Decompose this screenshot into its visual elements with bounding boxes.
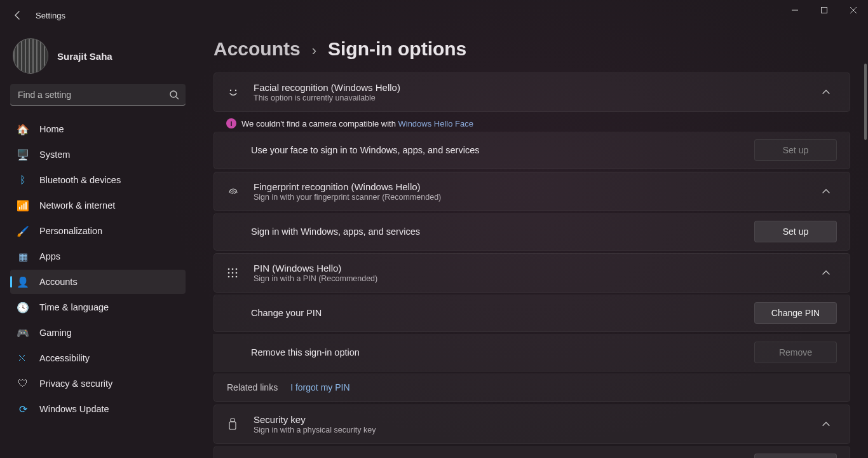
main-content: Accounts › Sign-in options Facial recogn… bbox=[196, 31, 868, 458]
nav: 🏠Home🖥️SystemᛒBluetooth & devices📶Networ… bbox=[10, 117, 186, 421]
svg-point-8 bbox=[236, 268, 238, 270]
svg-point-14 bbox=[236, 276, 238, 278]
card-facial-recognition: Facial recognition (Windows Hello) This … bbox=[214, 73, 850, 112]
svg-point-6 bbox=[228, 268, 230, 270]
maximize-button[interactable] bbox=[810, 0, 839, 20]
gaming-icon: 🎮 bbox=[17, 327, 29, 339]
card-header-facial[interactable]: Facial recognition (Windows Hello) This … bbox=[214, 73, 850, 111]
svg-line-3 bbox=[176, 97, 179, 99]
svg-point-4 bbox=[230, 90, 231, 91]
user-name: Surajit Saha bbox=[57, 51, 112, 62]
card-header-fingerprint[interactable]: Fingerprint recognition (Windows Hello) … bbox=[214, 172, 850, 211]
svg-rect-16 bbox=[229, 422, 236, 429]
change-pin-button[interactable]: Change PIN bbox=[754, 302, 837, 324]
card-header-pin[interactable]: PIN (Windows Hello) Sign in with a PIN (… bbox=[214, 254, 850, 292]
svg-point-7 bbox=[232, 268, 234, 270]
search-input[interactable] bbox=[10, 84, 186, 106]
subrow-label: Change your PIN bbox=[251, 308, 742, 318]
card-title: PIN (Windows Hello) bbox=[254, 263, 809, 274]
info-icon: i bbox=[226, 118, 236, 128]
search-box bbox=[10, 84, 186, 106]
warning-row-facial: i We couldn't find a camera compatible w… bbox=[214, 114, 850, 132]
subrow-label: Sign in with Windows, apps, and services bbox=[251, 226, 742, 237]
svg-point-12 bbox=[228, 276, 230, 278]
remove-pin-button: Remove bbox=[754, 342, 837, 363]
minimize-button[interactable] bbox=[780, 0, 810, 20]
svg-point-9 bbox=[228, 272, 230, 274]
window-controls bbox=[780, 0, 868, 20]
card-subtitle: This option is currently unavailable bbox=[254, 94, 809, 102]
subrow-fingerprint-setup: Sign in with Windows, apps, and services… bbox=[214, 213, 850, 251]
card-title: Fingerprint recognition (Windows Hello) bbox=[254, 181, 809, 192]
breadcrumb: Accounts › Sign-in options bbox=[214, 38, 850, 60]
fingerprint-icon bbox=[227, 185, 241, 198]
sidebar-item-update[interactable]: ⟳Windows Update bbox=[10, 397, 186, 421]
related-links-label: Related links bbox=[227, 382, 278, 392]
titlebar: Settings bbox=[0, 0, 868, 31]
subrow-remove-pin: Remove this sign-in option Remove bbox=[214, 334, 850, 371]
sidebar-item-privacy[interactable]: 🛡Privacy & security bbox=[10, 371, 186, 396]
forgot-pin-link[interactable]: I forgot my PIN bbox=[290, 382, 349, 392]
sidebar-item-network[interactable]: 📶Network & internet bbox=[10, 193, 186, 218]
update-icon: ⟳ bbox=[17, 403, 29, 415]
sidebar-item-apps[interactable]: ▦Apps bbox=[10, 244, 186, 268]
sidebar-item-accessibility[interactable]: ⛌Accessibility bbox=[10, 346, 186, 370]
manage-security-key-button[interactable]: Manage bbox=[754, 454, 837, 458]
user-account-row[interactable]: Surajit Saha bbox=[10, 36, 186, 84]
sidebar-item-label: Accounts bbox=[39, 277, 78, 287]
sidebar-item-time[interactable]: 🕓Time & language bbox=[10, 295, 186, 319]
svg-rect-15 bbox=[231, 419, 234, 422]
subrow-change-pin: Change your PIN Change PIN bbox=[214, 295, 850, 332]
sidebar-item-system[interactable]: 🖥️System bbox=[10, 142, 186, 167]
setup-facial-button: Set up bbox=[754, 139, 837, 161]
svg-point-11 bbox=[236, 272, 238, 274]
warning-text: We couldn't find a camera compatible wit… bbox=[241, 119, 473, 128]
svg-rect-1 bbox=[822, 8, 827, 13]
sidebar-item-label: Windows Update bbox=[39, 404, 109, 414]
back-button[interactable] bbox=[8, 5, 28, 25]
sidebar-item-label: Bluetooth & devices bbox=[39, 175, 121, 185]
sidebar-item-label: System bbox=[39, 149, 70, 160]
sidebar-item-home[interactable]: 🏠Home bbox=[10, 117, 186, 141]
close-button[interactable] bbox=[839, 0, 868, 20]
home-icon: 🏠 bbox=[17, 123, 29, 135]
accounts-icon: 👤 bbox=[17, 276, 29, 288]
sidebar-item-label: Accessibility bbox=[39, 353, 90, 363]
setup-fingerprint-button[interactable]: Set up bbox=[754, 221, 837, 242]
subrow-label: Use your face to sign in to Windows, app… bbox=[251, 145, 742, 155]
sidebar-item-label: Privacy & security bbox=[39, 378, 112, 389]
avatar bbox=[13, 38, 48, 74]
related-links-row: Related links I forgot my PIN bbox=[214, 373, 850, 402]
sidebar-item-gaming[interactable]: 🎮Gaming bbox=[10, 321, 186, 345]
card-subtitle: Sign in with a physical security key bbox=[254, 426, 809, 434]
close-icon bbox=[850, 6, 857, 14]
card-subtitle: Sign in with a PIN (Recommended) bbox=[254, 274, 809, 283]
card-security-key: Security key Sign in with a physical sec… bbox=[214, 405, 850, 444]
network-icon: 📶 bbox=[17, 200, 29, 212]
sidebar-item-label: Network & internet bbox=[39, 200, 115, 211]
card-title: Security key bbox=[254, 414, 809, 425]
accessibility-icon: ⛌ bbox=[17, 352, 29, 364]
card-fingerprint-recognition: Fingerprint recognition (Windows Hello) … bbox=[214, 172, 850, 211]
sidebar-item-label: Gaming bbox=[39, 328, 72, 338]
svg-point-5 bbox=[235, 90, 236, 91]
sidebar-item-accounts[interactable]: 👤Accounts bbox=[10, 270, 186, 294]
breadcrumb-parent[interactable]: Accounts bbox=[214, 38, 301, 60]
face-icon bbox=[227, 86, 241, 99]
chevron-up-icon bbox=[822, 187, 837, 196]
sidebar-item-label: Home bbox=[39, 124, 64, 134]
personalization-icon: 🖌️ bbox=[17, 225, 29, 237]
sidebar-item-label: Personalization bbox=[39, 226, 102, 236]
search-icon[interactable] bbox=[169, 90, 179, 100]
chevron-right-icon: › bbox=[312, 43, 316, 59]
pin-keypad-icon bbox=[227, 267, 241, 279]
card-header-security-key[interactable]: Security key Sign in with a physical sec… bbox=[214, 405, 850, 443]
subrow-label: Remove this sign-in option bbox=[251, 347, 742, 357]
sidebar-item-bluetooth[interactable]: ᛒBluetooth & devices bbox=[10, 168, 186, 192]
apps-icon: ▦ bbox=[17, 251, 29, 263]
card-title: Facial recognition (Windows Hello) bbox=[254, 82, 809, 93]
time-icon: 🕓 bbox=[17, 302, 29, 314]
sidebar-item-personalization[interactable]: 🖌️Personalization bbox=[10, 219, 186, 243]
chevron-up-icon bbox=[822, 268, 837, 277]
page-title: Sign-in options bbox=[328, 38, 466, 60]
